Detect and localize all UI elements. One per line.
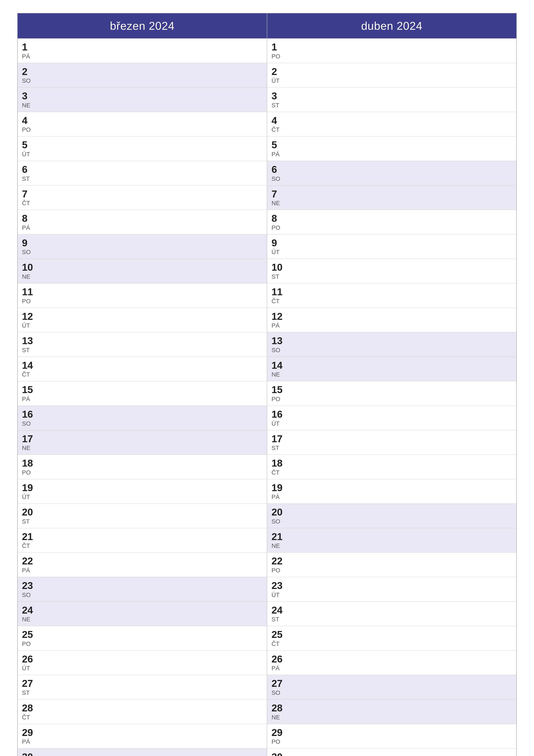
day-number: 2 bbox=[22, 66, 263, 77]
day-cell: 13ST bbox=[18, 332, 267, 357]
day-name: PO bbox=[22, 640, 263, 647]
day-name: ÚT bbox=[22, 322, 263, 329]
day-number: 28 bbox=[22, 703, 263, 714]
day-number: 2 bbox=[271, 66, 512, 77]
day-cell: 29PÁ bbox=[18, 724, 267, 748]
calendar-row: 12ÚT12PÁ bbox=[18, 308, 516, 332]
day-number: 24 bbox=[22, 605, 263, 616]
day-name: PO bbox=[22, 298, 263, 305]
day-number: 3 bbox=[271, 91, 512, 101]
day-number: 7 bbox=[22, 189, 263, 200]
day-number: 12 bbox=[271, 311, 512, 322]
day-cell: 20SO bbox=[267, 504, 516, 528]
day-cell: 21NE bbox=[267, 528, 516, 553]
day-number: 26 bbox=[22, 654, 263, 664]
calendar-row: 13ST13SO bbox=[18, 332, 516, 357]
day-cell: 23ÚT bbox=[267, 577, 516, 602]
calendar-row: 25PO25ČT bbox=[18, 626, 516, 650]
day-number: 19 bbox=[271, 482, 512, 493]
day-cell: 9SO bbox=[18, 234, 267, 259]
day-number: 25 bbox=[22, 629, 263, 640]
day-cell: 19PÁ bbox=[267, 479, 516, 504]
day-number: 15 bbox=[271, 384, 512, 395]
day-cell: 11PO bbox=[18, 284, 267, 308]
day-cell: 2ÚT bbox=[267, 63, 516, 88]
day-name: ÚT bbox=[22, 665, 263, 672]
day-name: PO bbox=[22, 126, 263, 133]
day-number: 18 bbox=[271, 458, 512, 469]
calendar-row: 2SO2ÚT bbox=[18, 63, 516, 88]
day-name: PO bbox=[271, 738, 512, 745]
day-cell: 26ÚT bbox=[18, 651, 267, 675]
day-cell: 27ST bbox=[18, 675, 267, 699]
day-cell: 24ST bbox=[267, 602, 516, 626]
day-name: PÁ bbox=[22, 567, 263, 574]
calendar-row: 30SO30ÚT bbox=[18, 748, 516, 756]
day-cell: 30ÚT bbox=[267, 748, 516, 756]
day-cell: 18ČT bbox=[267, 455, 516, 479]
day-name: PÁ bbox=[271, 665, 512, 672]
day-number: 6 bbox=[22, 164, 263, 175]
day-cell: 9ÚT bbox=[267, 234, 516, 259]
day-number: 13 bbox=[271, 335, 512, 346]
day-name: ČT bbox=[22, 371, 263, 378]
day-number: 15 bbox=[22, 384, 263, 395]
calendar-row: 4PO4ČT bbox=[18, 112, 516, 136]
day-number: 12 bbox=[22, 311, 263, 322]
calendar-row: 16SO16ÚT bbox=[18, 406, 516, 430]
calendar-table: březen 2024 duben 2024 1PÁ1PO2SO2ÚT3NE3S… bbox=[17, 13, 517, 756]
day-number: 14 bbox=[22, 360, 263, 371]
day-cell: 6ST bbox=[18, 161, 267, 185]
day-number: 27 bbox=[22, 678, 263, 689]
day-name: PO bbox=[271, 396, 512, 403]
calendar-row: 26ÚT26PÁ bbox=[18, 650, 516, 675]
day-number: 7 bbox=[271, 189, 512, 200]
day-name: ČT bbox=[22, 200, 263, 207]
day-number: 10 bbox=[271, 262, 512, 273]
day-name: ČT bbox=[22, 714, 263, 721]
day-name: NE bbox=[22, 102, 263, 109]
calendar-row: 15PÁ15PO bbox=[18, 381, 516, 406]
day-name: SO bbox=[271, 518, 512, 525]
day-cell: 1PO bbox=[267, 39, 516, 63]
day-number: 26 bbox=[271, 654, 512, 664]
day-name: PÁ bbox=[22, 738, 263, 745]
april-header: duben 2024 bbox=[267, 14, 516, 39]
day-number: 25 bbox=[271, 629, 512, 640]
day-name: PÁ bbox=[22, 224, 263, 231]
day-name: PO bbox=[271, 53, 512, 60]
calendar-row: 18PO18ČT bbox=[18, 454, 516, 479]
day-cell: 25ČT bbox=[267, 626, 516, 650]
day-number: 8 bbox=[271, 213, 512, 224]
day-number: 23 bbox=[22, 580, 263, 591]
day-number: 13 bbox=[22, 335, 263, 346]
day-cell: 10ST bbox=[267, 259, 516, 283]
day-number: 11 bbox=[271, 286, 512, 297]
calendar-row: 27ST27SO bbox=[18, 675, 516, 699]
day-number: 4 bbox=[271, 115, 512, 126]
day-number: 9 bbox=[271, 237, 512, 249]
day-number: 22 bbox=[271, 555, 512, 567]
day-name: ČT bbox=[271, 469, 512, 476]
day-number: 19 bbox=[22, 482, 263, 493]
calendar-row: 20ST20SO bbox=[18, 503, 516, 528]
day-name: SO bbox=[271, 689, 512, 696]
day-cell: 15PO bbox=[267, 381, 516, 406]
day-name: SO bbox=[271, 347, 512, 354]
day-cell: 12PÁ bbox=[267, 308, 516, 332]
day-name: ST bbox=[271, 273, 512, 280]
day-name: NE bbox=[271, 200, 512, 207]
day-cell: 1PÁ bbox=[18, 39, 267, 63]
day-cell: 25PO bbox=[18, 626, 267, 650]
day-name: ČT bbox=[271, 126, 512, 133]
day-name: ST bbox=[271, 616, 512, 623]
day-name: PÁ bbox=[22, 53, 263, 60]
calendar-row: 29PÁ29PO bbox=[18, 724, 516, 748]
day-number: 1 bbox=[271, 41, 512, 53]
day-number: 17 bbox=[271, 433, 512, 445]
march-header: březen 2024 bbox=[18, 14, 267, 39]
day-cell: 2SO bbox=[18, 63, 267, 88]
calendar-row: 14ČT14NE bbox=[18, 357, 516, 381]
day-cell: 17NE bbox=[18, 430, 267, 455]
day-name: SO bbox=[22, 249, 263, 256]
